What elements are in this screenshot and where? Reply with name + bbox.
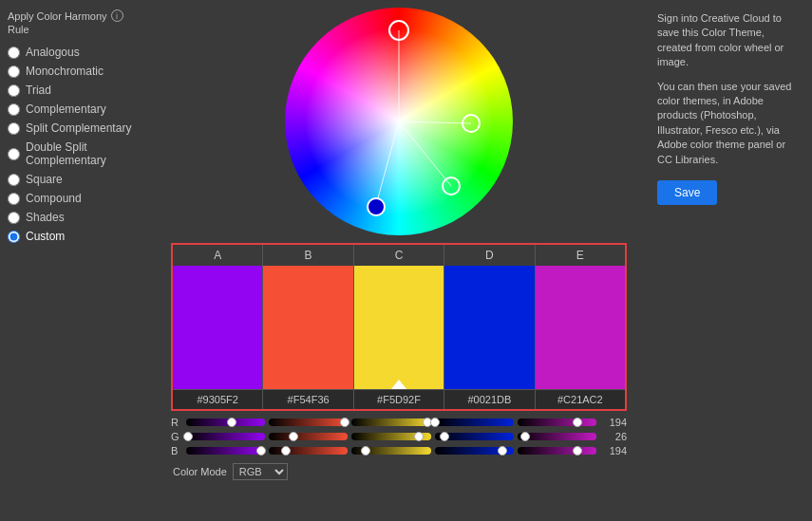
swatch-c[interactable] (354, 266, 444, 389)
right-panel: Sign into Creative Cloud to save this Co… (646, 0, 812, 521)
rule-label: Rule (8, 24, 144, 35)
r-value: 194 (600, 417, 627, 428)
swatch-active-indicator (391, 380, 406, 389)
radio-triad-label: Triad (26, 84, 51, 97)
swatch-code-c: #F5D92F (354, 390, 444, 409)
radio-mono-label: Monochromatic (26, 65, 104, 78)
b-slider-a[interactable] (186, 447, 265, 455)
center-panel: A B C D E #9305F2 #F54F36 #F5D92F #0021D… (152, 0, 646, 521)
swatches-row (173, 266, 625, 389)
radio-custom[interactable]: Custom (8, 227, 144, 246)
radio-double-label: Double Split Complementary (26, 140, 144, 167)
radio-split-label: Split Complementary (26, 121, 131, 135)
swatches-header: A B C D E (173, 245, 625, 266)
b-slider-e[interactable] (518, 447, 596, 455)
left-panel: Apply Color Harmony i Rule Analogous Mon… (0, 0, 152, 521)
radio-triad[interactable]: Triad (8, 81, 144, 100)
g-value: 26 (600, 431, 627, 442)
g-slider-c[interactable] (351, 433, 430, 440)
radio-square-label: Square (26, 173, 63, 186)
radio-shades[interactable]: Shades (8, 208, 144, 227)
r-slider-d[interactable] (435, 419, 514, 426)
r-slider-c[interactable] (351, 419, 430, 426)
radio-compound-label: Compound (26, 192, 82, 205)
radio-monochromatic[interactable]: Monochromatic (8, 62, 144, 81)
swatch-d[interactable] (444, 266, 535, 389)
radio-analogous-label: Analogous (26, 46, 80, 59)
r-slider-b[interactable] (269, 419, 348, 426)
g-slider-a[interactable] (186, 433, 265, 440)
radio-shades-label: Shades (26, 211, 65, 224)
b-slider-c[interactable] (351, 447, 430, 455)
swatch-header-e: E (536, 245, 625, 266)
apply-rule-text: Apply Color Harmony (8, 10, 107, 22)
swatch-header-c: C (354, 245, 444, 266)
g-label: G (171, 431, 182, 442)
right-panel-text1: Sign into Creative Cloud to save this Co… (657, 11, 801, 70)
swatch-b[interactable] (263, 266, 353, 389)
color-mode-bar: Color Mode RGB HSB CMYK Lab (171, 463, 627, 480)
g-slider-e[interactable] (518, 433, 596, 440)
radio-complementary[interactable]: Complementary (8, 100, 144, 119)
b-label: B (171, 445, 182, 456)
swatch-code-d: #0021DB (444, 390, 535, 409)
swatch-header-b: B (263, 245, 353, 266)
swatch-a[interactable] (173, 266, 263, 389)
color-mode-select[interactable]: RGB HSB CMYK Lab (233, 463, 288, 480)
swatch-header-a: A (173, 245, 263, 266)
color-wheel[interactable] (285, 8, 513, 235)
radio-square[interactable]: Square (8, 170, 144, 189)
rgb-g-row: G 26 (171, 431, 627, 442)
g-slider-d[interactable] (435, 433, 514, 440)
b-slider-b[interactable] (269, 447, 348, 455)
radio-double-split[interactable]: Double Split Complementary (8, 138, 144, 170)
save-button[interactable]: Save (657, 180, 717, 205)
swatches-codes: #9305F2 #F54F36 #F5D92F #0021DB #C21AC2 (173, 389, 625, 409)
radio-split-complementary[interactable]: Split Complementary (8, 119, 144, 138)
color-mode-label: Color Mode (173, 466, 227, 477)
info-icon[interactable]: i (111, 9, 123, 22)
swatch-code-a: #9305F2 (173, 390, 263, 409)
svg-point-8 (368, 198, 385, 215)
right-panel-text2: You can then use your saved color themes… (657, 80, 801, 167)
b-value: 194 (600, 445, 627, 456)
swatch-code-b: #F54F36 (263, 390, 353, 409)
b-slider-d[interactable] (435, 447, 514, 455)
radio-analogous[interactable]: Analogous (8, 43, 144, 62)
radio-comp-label: Complementary (26, 102, 106, 116)
g-slider-b[interactable] (269, 433, 348, 440)
r-label: R (171, 417, 182, 428)
rgb-b-row: B 194 (171, 445, 627, 456)
swatch-e[interactable] (536, 266, 625, 389)
rgb-r-row: R 194 (171, 417, 627, 428)
apply-rule-header: Apply Color Harmony i (8, 9, 144, 22)
r-slider-a[interactable] (186, 419, 265, 426)
r-slider-e[interactable] (518, 419, 596, 426)
rgb-panel: R 194 G (171, 417, 627, 459)
swatches-panel: A B C D E #9305F2 #F54F36 #F5D92F #0021D… (171, 243, 627, 411)
radio-compound[interactable]: Compound (8, 189, 144, 208)
swatch-header-d: D (444, 245, 535, 266)
radio-custom-label: Custom (26, 230, 65, 243)
swatch-code-e: #C21AC2 (536, 390, 625, 409)
